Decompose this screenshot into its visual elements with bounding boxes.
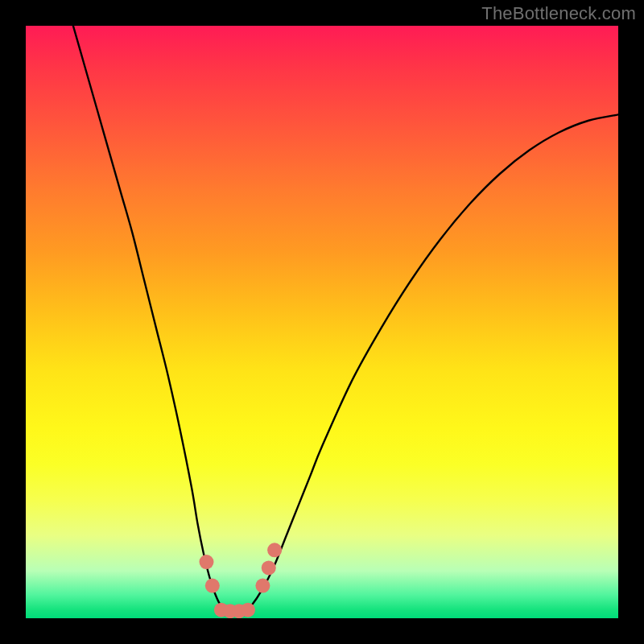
curve-layer [26,26,618,618]
marker-dot [205,579,220,593]
marker-dot [199,555,213,569]
marker-dot [262,560,276,575]
marker-dot [241,603,255,617]
watermark-text: TheBottleneck.com [481,3,636,24]
marker-dot [267,543,282,557]
chart-frame: TheBottleneck.com [0,0,644,644]
highlight-markers [199,543,282,618]
marker-dot [255,579,270,593]
bottleneck-curve [73,26,618,613]
plot-area [26,26,618,618]
